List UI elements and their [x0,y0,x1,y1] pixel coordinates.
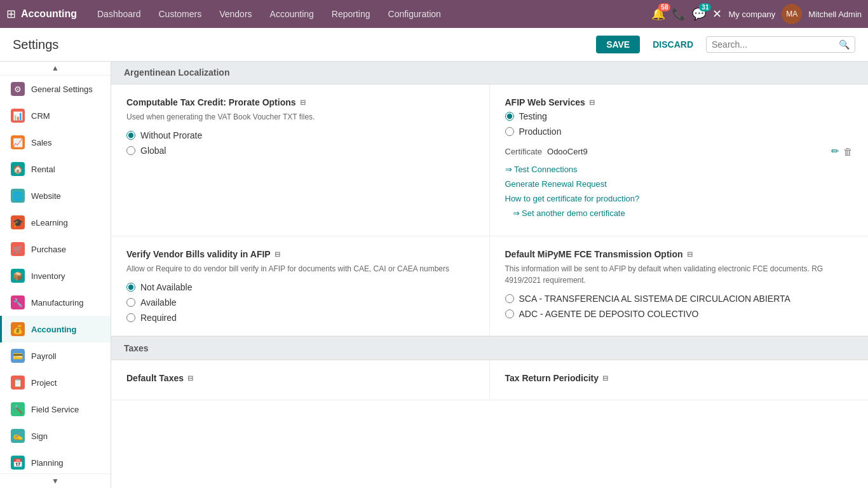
radio-testing[interactable] [505,112,514,121]
notifications-badge: 58 [658,3,670,11]
sidebar-item-sign[interactable]: ✍ Sign [0,423,111,449]
sidebar-item-crm[interactable]: 📊 CRM [0,102,111,129]
search-icon: 🔍 [839,39,850,50]
phone-icon[interactable]: 📞 [672,7,686,21]
cert-delete-button[interactable]: 🗑 [843,146,853,157]
app-logo[interactable]: ⊞ Accounting [6,7,77,21]
sidebar-item-inventory[interactable]: 📦 Inventory [0,262,111,289]
option-global[interactable]: Global [126,146,474,156]
sidebar-label-crm: CRM [31,111,50,121]
option-not-available[interactable]: Not Available [126,282,474,292]
mipyme-options: SCA - TRANSFERENCIA AL SISTEMA DE CIRCUL… [505,294,853,319]
afip-title: AFIP Web Services ⊟ [505,97,853,107]
chat-icon[interactable]: 💬 31 [692,7,706,21]
cert-edit-button[interactable]: ✏ [831,146,839,157]
sign-icon: ✍ [11,429,25,443]
sidebar-item-project[interactable]: 📋 Project [0,369,111,396]
mipyme-title: Default MiPyME FCE Transmission Option ⊟ [505,249,853,259]
sidebar-label-inventory: Inventory [31,271,65,281]
mipyme-info-icon[interactable]: ⊟ [687,250,693,259]
company-name[interactable]: My company [728,10,775,19]
option-required[interactable]: Required [126,313,474,323]
sidebar-label-sign: Sign [31,431,48,441]
user-avatar[interactable]: MA [782,4,802,24]
option-testing[interactable]: Testing [505,111,853,121]
search-input[interactable] [712,39,839,50]
sidebar-item-payroll[interactable]: 💳 Payroll [0,342,111,369]
cert-label: Certificate [505,147,543,156]
crm-icon: 📊 [11,109,25,123]
sidebar-item-website[interactable]: 🌐 Website [0,182,111,209]
menu-vendors[interactable]: Vendors [212,5,259,23]
sidebar-item-manufacturing[interactable]: 🔧 Manufacturing [0,289,111,316]
option-available[interactable]: Available [126,297,474,308]
argentinean-localization-header: Argentinean Localization [111,61,868,85]
default-taxes-panel: Default Taxes ⊟ [111,360,490,400]
radio-without-prorate[interactable] [126,131,135,140]
option-without-prorate[interactable]: Without Prorate [126,130,474,140]
sidebar-label-manufacturing: Manufacturing [31,298,83,308]
user-name[interactable]: Mitchell Admin [808,10,862,19]
grid-icon[interactable]: ⊞ [6,7,16,21]
radio-global[interactable] [126,146,135,155]
menu-accounting[interactable]: Accounting [262,5,322,23]
sidebar-scroll-down[interactable]: ▼ [0,473,111,488]
sidebar-scroll-up[interactable]: ▲ [0,61,111,76]
menu-configuration[interactable]: Configuration [381,5,449,23]
rental-icon: 🏠 [11,162,25,176]
radio-required[interactable] [126,313,135,322]
sidebar-item-sales[interactable]: 📈 Sales [0,129,111,156]
sidebar-item-planning[interactable]: 📅 Planning [0,449,111,476]
sidebar-item-general-settings[interactable]: ⚙ General Settings [0,76,111,102]
vendor-bills-info-icon[interactable]: ⊟ [275,250,280,259]
vendor-bills-desc: Allow or Require to do vendor bill verif… [126,263,474,274]
sidebar-item-field-service[interactable]: 🔨 Field Service [0,396,111,423]
tax-return-panel: Tax Return Periodicity ⊟ [490,360,869,400]
website-icon: 🌐 [11,189,25,203]
cert-actions: ✏ 🗑 [831,146,853,157]
radio-not-available[interactable] [126,283,135,292]
afip-info-icon[interactable]: ⊟ [589,98,595,107]
production-cert-link[interactable]: How to get certificate for production? [505,194,853,203]
sidebar-label-sales: Sales [31,138,52,147]
vendor-bills-options: Not Available Available Required [126,282,474,323]
app-name: Accounting [21,8,77,20]
tax-return-info-icon[interactable]: ⊟ [602,374,608,383]
sidebar-item-elearning[interactable]: 🎓 eLearning [0,209,111,236]
menu-customers[interactable]: Customers [151,5,210,23]
sidebar-label-project: Project [31,378,57,388]
mipyme-panel: Default MiPyME FCE Transmission Option ⊟… [490,236,869,336]
notifications-icon[interactable]: 🔔 58 [651,7,665,21]
certificate-row: Certificate OdooCert9 ✏ 🗑 [505,146,853,157]
test-connections-link[interactable]: ⇒ Test Connections [505,165,853,174]
discard-button[interactable]: DISCARD [645,36,701,53]
radio-available[interactable] [126,298,135,307]
sidebar-label-purchase: Purchase [31,245,66,254]
computable-tax-panel: Computable Tax Credit: Prorate Options ⊟… [111,85,490,236]
default-taxes-info-icon[interactable]: ⊟ [187,374,193,383]
radio-sca[interactable] [505,294,514,303]
demo-cert-link[interactable]: ⇒ Set another demo certificate [513,208,853,218]
option-production[interactable]: Production [505,126,853,137]
radio-adc[interactable] [505,309,514,318]
sidebar-item-purchase[interactable]: 🛒 Purchase [0,236,111,262]
sidebar-item-rental[interactable]: 🏠 Rental [0,156,111,182]
menu-reporting[interactable]: Reporting [324,5,378,23]
computable-tax-options: Without Prorate Global [126,130,474,156]
option-sca[interactable]: SCA - TRANSFERENCIA AL SISTEMA DE CIRCUL… [505,294,853,304]
close-icon[interactable]: ✕ [712,7,722,21]
computable-tax-info-icon[interactable]: ⊟ [300,98,306,107]
option-adc[interactable]: ADC - AGENTE DE DEPOSITO COLECTIVO [505,309,853,319]
afip-panel: AFIP Web Services ⊟ Testing Production C… [490,85,869,236]
save-button[interactable]: SAVE [596,36,640,53]
menu-dashboard[interactable]: Dashboard [90,5,149,23]
taxes-section-header: Taxes [111,336,868,360]
search-box[interactable]: 🔍 [706,36,855,53]
taxes-section-body: Default Taxes ⊟ Tax Return Periodicity ⊟ [111,360,868,400]
sidebar-item-accounting[interactable]: 💰 Accounting [0,316,111,342]
sidebar-label-general-settings: General Settings [31,85,93,94]
radio-production[interactable] [505,127,514,136]
computable-tax-desc: Used when generating the VAT Book Vouche… [126,111,474,123]
generate-renewal-link[interactable]: Generate Renewal Request [505,179,853,189]
sidebar-label-website: Website [31,191,61,201]
